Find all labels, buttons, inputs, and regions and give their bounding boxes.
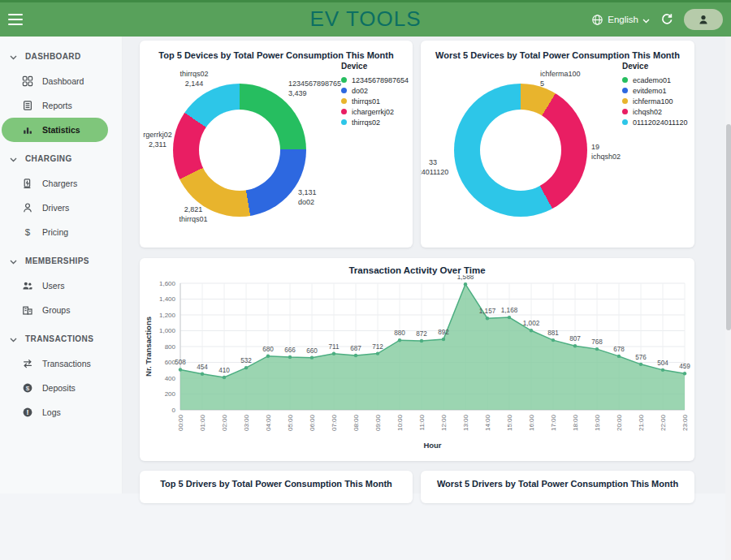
user-avatar-button[interactable]: [684, 9, 723, 30]
sidebar-item-logs[interactable]: ! Logs: [2, 400, 108, 424]
svg-text:21:00: 21:00: [638, 414, 645, 431]
sidebar-item-pricing[interactable]: $ Pricing: [2, 220, 108, 244]
legend-title: Device: [341, 62, 409, 71]
legend-item[interactable]: ichargerrkj02: [341, 106, 409, 117]
svg-text:400: 400: [165, 375, 176, 382]
sidebar-item-users[interactable]: Users: [2, 274, 108, 298]
donut-label: rgerrkj022,311: [140, 131, 175, 149]
chart-title: Transaction Activity Over Time: [140, 258, 694, 275]
svg-text:768: 768: [591, 338, 603, 346]
legend-item[interactable]: evitdemo1: [622, 85, 687, 96]
svg-text:666: 666: [284, 347, 296, 354]
sidebar-nav: DASHBOARD Dashboard Reports Statistics: [0, 37, 122, 424]
globe-icon: [591, 14, 603, 26]
svg-text:711: 711: [328, 343, 339, 351]
transactions-arrows-icon: [21, 358, 33, 370]
legend-dot: [341, 88, 347, 93]
hamburger-menu-button[interactable]: [8, 14, 23, 25]
sidebar-item-chargers[interactable]: Chargers: [2, 171, 108, 196]
svg-text:03:00: 03:00: [243, 414, 250, 431]
legend-dot: [622, 77, 628, 83]
users-icon: [21, 280, 33, 292]
legend-item[interactable]: thirrqs02: [341, 117, 409, 127]
sidebar-item-transactions[interactable]: Transactions: [2, 351, 108, 376]
svg-text:800: 800: [165, 343, 176, 351]
svg-text:22:00: 22:00: [660, 414, 667, 431]
legend-item[interactable]: ecademo01: [622, 75, 687, 85]
donut-label: thirrqs022,144: [170, 70, 218, 88]
svg-text:1,002: 1,002: [523, 320, 540, 327]
svg-text:00:00: 00:00: [177, 414, 184, 431]
pricing-dollar-icon: $: [21, 226, 33, 239]
sidebar-item-dashboard[interactable]: Dashboard: [2, 69, 108, 93]
donut-label: 2,821thirrqs01: [161, 205, 226, 224]
legend-dot: [622, 109, 628, 114]
sidebar-item-statistics[interactable]: Statistics: [2, 118, 108, 142]
legend-item[interactable]: ichferma100: [622, 96, 687, 106]
legend-item[interactable]: 01112024011120: [622, 117, 687, 127]
svg-text:04:00: 04:00: [265, 414, 272, 431]
chart-title: Top 5 Drivers by Total Power Consumption…: [140, 471, 413, 489]
language-selector[interactable]: English: [591, 14, 650, 26]
app-header: EV TOOLS English: [0, 0, 731, 37]
card-worst-drivers: Worst 5 Drivers by Total Power Consumpti…: [421, 471, 694, 503]
sidebar-section-charging[interactable]: CHARGING: [0, 142, 122, 171]
svg-text:1,000: 1,000: [159, 327, 176, 334]
groups-icon: [21, 304, 33, 317]
sidebar-section-dashboard[interactable]: DASHBOARD: [0, 40, 122, 69]
legend-dot: [622, 119, 628, 125]
dashboard-grid-icon: [21, 75, 33, 88]
donut-chart-top-devices: [173, 84, 306, 217]
sidebar-item-deposits[interactable]: $ Deposits: [2, 376, 108, 400]
chart-title: Worst 5 Devices by Total Power Consumpti…: [421, 41, 694, 60]
vertical-scrollbar: [725, 37, 731, 560]
svg-text:872: 872: [416, 330, 427, 338]
donut-label: 3324011120: [421, 158, 456, 177]
sidebar-section-transactions[interactable]: TRANSACTIONS: [0, 322, 122, 351]
svg-text:19:00: 19:00: [594, 414, 601, 431]
svg-text:09:00: 09:00: [374, 414, 382, 431]
svg-text:10:00: 10:00: [396, 414, 404, 431]
legend-dot: [622, 98, 628, 104]
legend-dot: [622, 88, 628, 93]
svg-text:532: 532: [240, 357, 252, 364]
statistics-bars-icon: [21, 124, 33, 136]
svg-text:687: 687: [350, 345, 361, 352]
svg-text:16:00: 16:00: [528, 414, 535, 431]
card-top-devices: Top 5 Devices by Total Power Consumption…: [140, 41, 413, 248]
svg-text:680: 680: [262, 346, 274, 353]
sidebar-section-memberships[interactable]: MEMBERSHIPS: [0, 244, 122, 274]
svg-text:1,400: 1,400: [159, 295, 176, 303]
svg-text:881: 881: [547, 330, 559, 337]
svg-text:576: 576: [635, 354, 647, 361]
svg-text:1,200: 1,200: [159, 312, 176, 319]
legend-item[interactable]: 12345678987654: [341, 75, 409, 85]
legend-item[interactable]: do02: [341, 85, 409, 96]
svg-text:$: $: [24, 227, 30, 237]
svg-text:23:00: 23:00: [681, 414, 689, 431]
donut-label: 3,131do02: [298, 188, 317, 207]
chevron-down-icon: [10, 151, 17, 166]
logs-alert-icon: !: [21, 407, 33, 419]
chart-title: Top 5 Devices by Total Power Consumption…: [140, 41, 413, 60]
legend-item[interactable]: ichqsh02: [622, 106, 687, 117]
svg-text:892: 892: [438, 329, 449, 336]
legend: Device ecademo01 evitdemo1 ichferma100 i…: [622, 62, 687, 127]
legend-item[interactable]: thirrqs01: [341, 96, 409, 106]
scrollbar-thumb[interactable]: [726, 124, 731, 330]
reports-icon: [21, 100, 33, 112]
chevron-down-icon: [10, 331, 17, 346]
svg-text:508: 508: [175, 359, 186, 366]
refresh-button[interactable]: [660, 13, 673, 26]
svg-text:200: 200: [165, 390, 176, 398]
svg-text:11:00: 11:00: [418, 414, 426, 430]
svg-text:02:00: 02:00: [221, 414, 228, 431]
donut-label: 12345678987653,439: [288, 80, 341, 98]
legend-dot: [341, 77, 347, 83]
sidebar-item-drivers[interactable]: Drivers: [2, 196, 108, 220]
sidebar-item-groups[interactable]: Groups: [2, 298, 108, 322]
svg-text:$: $: [25, 385, 29, 392]
area-chart-transaction-activity: 02004006008001,0001,2001,4001,60000:0001…: [140, 275, 694, 459]
sidebar-item-reports[interactable]: Reports: [2, 93, 108, 118]
svg-text:454: 454: [197, 364, 208, 371]
